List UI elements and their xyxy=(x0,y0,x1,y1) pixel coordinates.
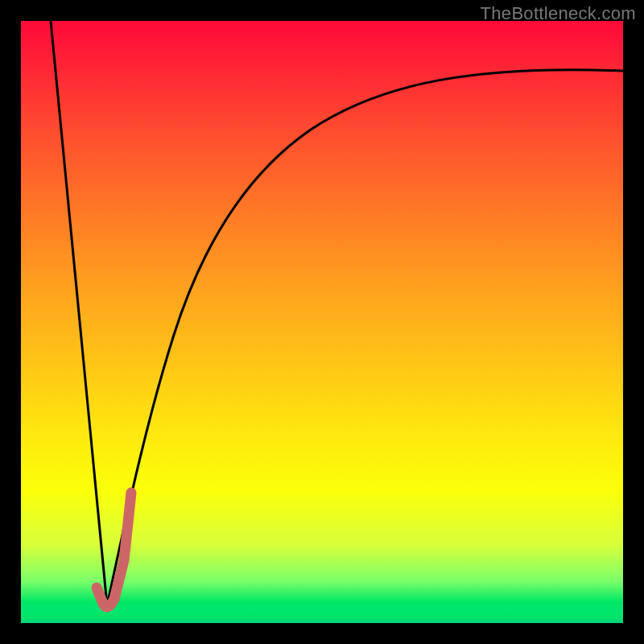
curves-svg xyxy=(21,21,623,623)
plot-area xyxy=(21,21,623,623)
curve-left-descent xyxy=(51,21,107,605)
watermark-text: TheBottleneck.com xyxy=(481,3,636,24)
curve-right-growth xyxy=(107,70,623,605)
chart-frame: TheBottleneck.com xyxy=(0,0,644,644)
